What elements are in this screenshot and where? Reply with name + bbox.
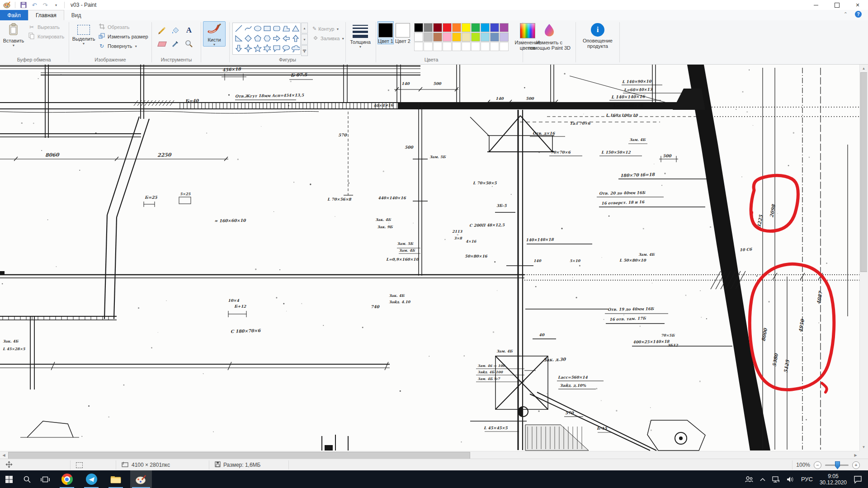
scroll-down-arrow[interactable]: ▼ [860, 443, 868, 451]
palette-color[interactable] [414, 23, 423, 32]
qat-customize-button[interactable]: ▾ [52, 1, 60, 9]
zoom-out-button[interactable]: − [814, 461, 821, 469]
network-icon[interactable] [769, 470, 783, 488]
brushes-button[interactable]: Кисти▼ [203, 21, 226, 47]
rotate-button[interactable]: ↻Повернуть▼ [98, 42, 148, 50]
palette-color[interactable] [424, 23, 433, 32]
shape-rectangle[interactable] [262, 23, 272, 33]
shape-fill-button[interactable]: Заливка▼ [312, 35, 344, 42]
palette-color[interactable] [443, 33, 452, 42]
zoom-in-button[interactable]: + [852, 461, 860, 469]
palette-color[interactable] [481, 33, 490, 42]
shape-arrow-down[interactable] [234, 43, 243, 53]
color2-button[interactable]: Цвет 2 [395, 21, 411, 44]
copy-button[interactable]: Копировать [28, 33, 64, 40]
shape-arrow-left[interactable] [281, 33, 291, 43]
taskbar-paint-active[interactable] [130, 470, 152, 488]
horizontal-scroll-thumb[interactable] [8, 452, 470, 459]
start-button[interactable] [0, 470, 18, 488]
palette-color[interactable] [433, 23, 442, 32]
palette-empty-cell[interactable] [443, 42, 452, 51]
palette-empty-cell[interactable] [433, 42, 442, 51]
minimize-button[interactable] [806, 0, 826, 10]
select-button[interactable]: Выделить▼ [71, 21, 96, 46]
vertical-scrollbar[interactable]: ▲ ▼ [859, 65, 868, 451]
tray-chevron-icon[interactable] [756, 470, 769, 488]
fill-tool[interactable] [169, 24, 182, 37]
color1-button[interactable]: Цвет 1 [377, 21, 394, 44]
redo-button[interactable]: ↷ [41, 1, 49, 9]
paint3d-button[interactable]: Изменить с помощью Paint 3D [525, 21, 573, 51]
palette-color[interactable] [452, 23, 461, 32]
palette-empty-cell[interactable] [471, 42, 480, 51]
palette-color[interactable] [490, 23, 499, 32]
horizontal-scrollbar[interactable]: ◀ ▶ [0, 451, 859, 459]
palette-empty-cell[interactable] [414, 42, 423, 51]
tab-view[interactable]: Вид [64, 10, 89, 20]
shape-line[interactable] [234, 23, 243, 33]
palette-color[interactable] [462, 33, 471, 42]
palette-color[interactable] [490, 33, 499, 42]
shape-oval-callout[interactable] [281, 43, 291, 53]
palette-empty-cell[interactable] [462, 42, 471, 51]
vertical-scroll-thumb[interactable] [860, 72, 868, 272]
palette-color[interactable] [471, 33, 480, 42]
shape-oval[interactable] [253, 23, 262, 33]
taskbar-telegram[interactable] [82, 470, 100, 488]
text-tool[interactable]: A [183, 24, 195, 37]
palette-empty-cell[interactable] [424, 42, 433, 51]
shape-pentagon[interactable] [253, 33, 262, 43]
shape-hexagon[interactable] [262, 33, 272, 43]
tab-file[interactable]: Файл [0, 10, 28, 20]
shape-arrow-up[interactable] [291, 33, 300, 43]
palette-color[interactable] [471, 23, 480, 32]
zoom-slider[interactable] [825, 465, 849, 466]
palette-empty-cell[interactable] [500, 42, 509, 51]
help-icon[interactable]: ? [855, 11, 862, 18]
scroll-right-arrow[interactable]: ▶ [852, 451, 859, 459]
resize-button[interactable]: Изменить размер [98, 33, 148, 40]
palette-color[interactable] [414, 33, 423, 42]
magnifier-tool[interactable] [183, 38, 195, 50]
palette-color[interactable] [500, 33, 509, 42]
taskbar-explorer[interactable] [107, 470, 125, 488]
zoom-slider-thumb[interactable] [835, 461, 840, 469]
shape-rounded-rectangle[interactable] [272, 23, 281, 33]
shape-rect-callout[interactable] [272, 43, 281, 53]
undo-button[interactable]: ↶ [30, 1, 38, 9]
palette-color[interactable] [481, 23, 490, 32]
pencil-tool[interactable] [156, 24, 168, 37]
palette-color[interactable] [424, 33, 433, 42]
maximize-button[interactable] [826, 0, 847, 10]
eyedropper-tool[interactable] [169, 38, 182, 50]
language-indicator[interactable]: РУС [798, 470, 816, 488]
people-icon[interactable] [742, 470, 756, 488]
palette-empty-cell[interactable] [452, 42, 461, 51]
palette-color[interactable] [462, 23, 471, 32]
palette-color[interactable] [500, 23, 509, 32]
canvas[interactable]: 456×18Б 07.5Отв.Жгут 18мм Асп=454×13,5Б=… [0, 65, 859, 451]
eraser-tool[interactable] [156, 38, 168, 50]
palette-empty-cell[interactable] [481, 42, 490, 51]
save-button[interactable] [19, 1, 28, 9]
palette-color[interactable] [433, 33, 442, 42]
speaker-icon[interactable] [783, 470, 798, 488]
shapes-scroll-down[interactable]: ▼ [301, 34, 308, 45]
palette-color[interactable] [443, 23, 452, 32]
product-alert-button[interactable]: i Оповещение продукта [578, 21, 618, 49]
shape-six-point-star[interactable] [262, 43, 272, 53]
collapse-ribbon-icon[interactable]: ⌃ [844, 11, 848, 17]
shape-arrow-right[interactable] [272, 33, 281, 43]
canvas-drawing[interactable]: 456×18Б 07.5Отв.Жгут 18мм Асп=454×13,5Б=… [0, 65, 859, 451]
scroll-left-arrow[interactable]: ◀ [0, 451, 8, 459]
thickness-button[interactable]: Толщина▼ [348, 21, 373, 49]
task-view-button[interactable] [36, 470, 54, 488]
shape-polygon[interactable] [281, 23, 291, 33]
taskbar-chrome[interactable] [58, 470, 76, 488]
cut-button[interactable]: ✂Вырезать [28, 23, 64, 31]
clock[interactable]: 9:05 30.12.2020 [816, 473, 850, 486]
palette-color[interactable] [452, 33, 461, 42]
palette-empty-cell[interactable] [490, 42, 499, 51]
search-button[interactable] [18, 470, 36, 488]
shapes-scroll-up[interactable]: ▲ [301, 23, 308, 33]
